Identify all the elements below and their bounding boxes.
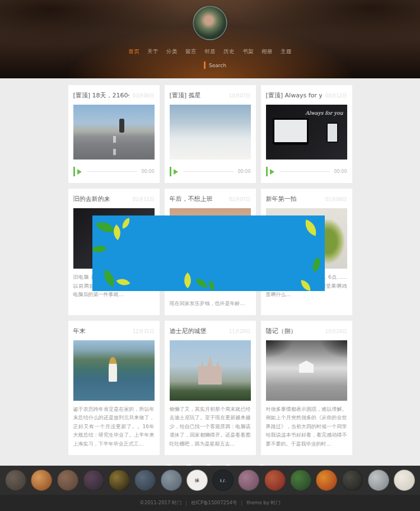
icp-number[interactable]: 桂ICP备15007254号 — [191, 500, 237, 507]
site-header: 首页关于分类留言邻居历史书架相册主题 — [0, 0, 420, 78]
leaf — [101, 270, 118, 287]
post-card-header: 年后，不想上班02月07日 — [170, 195, 251, 203]
leaf — [116, 275, 130, 289]
friend-avatar-9[interactable]: i /. — [212, 470, 234, 491]
nav-item-history[interactable]: 历史 — [223, 48, 235, 55]
progress-track[interactable] — [279, 171, 330, 172]
bw-lake-house-photo[interactable] — [266, 340, 347, 401]
post-title: [置顶] 18天，2160公里 — [73, 91, 129, 100]
leaf — [196, 278, 208, 289]
post-card[interactable]: 年末12月31日鉴于农历跨年肯定是在家的，所以年末总结什么的还是放到元旦来做了，… — [68, 321, 160, 456]
friend-avatar-1[interactable] — [5, 470, 26, 491]
nav-item-home[interactable]: 首页 — [128, 48, 139, 55]
post-date: 12月31日 — [133, 329, 155, 335]
friend-avatar-5[interactable] — [109, 470, 130, 491]
friend-links-bar: 缘i /. — [0, 466, 420, 495]
post-card[interactable]: [置顶] Always for you 1.808月12日Always for … — [261, 85, 352, 183]
theme-credit[interactable]: theme by 时门 — [246, 500, 280, 507]
app-screens-dark-photo[interactable]: Always for you — [266, 105, 347, 160]
audio-player: 00:00 — [266, 167, 347, 176]
copyright-text: ©2011-2017 时门 — [140, 500, 182, 507]
leaf — [96, 218, 115, 237]
post-card[interactable]: [置顶] 孤星10月07日00:00 — [165, 85, 256, 183]
road-trip-hiker-photo[interactable] — [73, 105, 155, 160]
post-card[interactable]: [置顶] 18天，2160公里03月06日00:00 — [68, 85, 160, 183]
girl-by-lake-photo[interactable] — [73, 340, 155, 401]
player-time: 00:00 — [334, 169, 347, 174]
separator: | — [185, 500, 187, 506]
post-card-header: 旧的去新的来02月11日 — [73, 195, 155, 203]
thumbnail-caption: Always for you — [305, 110, 343, 116]
footer-copyright: ©2011-2017 时门 | 桂ICP备15007254号 | theme b… — [0, 495, 420, 511]
post-date: 10月07日 — [229, 93, 251, 100]
avatar[interactable] — [193, 6, 227, 40]
post-title: [置顶] Always for you 1.8 — [266, 91, 322, 100]
post-date: 01月08日 — [325, 196, 347, 203]
post-excerpt: 鉴于农历跨年肯定是在家的，所以年末总结什么的还是放到元旦来做了，正好又有一个月没… — [73, 405, 155, 449]
friend-avatar-15[interactable] — [368, 470, 389, 491]
progress-track[interactable] — [87, 171, 138, 172]
nav-item-guestbook[interactable]: 留言 — [185, 48, 197, 55]
post-title: 迪士尼的城堡 — [170, 327, 207, 335]
main-nav: 首页关于分类留言邻居历史书架相册主题 — [0, 48, 420, 55]
leaf — [302, 219, 319, 236]
friend-avatar-6[interactable] — [134, 470, 156, 491]
post-date: 11月29日 — [229, 329, 251, 335]
friend-avatar-8[interactable]: 缘 — [186, 470, 208, 491]
friend-avatar-16[interactable] — [394, 470, 415, 491]
friend-avatar-11[interactable] — [264, 470, 286, 491]
disney-castle-photo[interactable] — [170, 340, 251, 401]
post-excerpt: 偷懒了又，其实月初那个周末就已经去迪士尼玩了。至于现在更新越来越少，给自己找一个… — [170, 405, 251, 449]
nav-item-categories[interactable]: 分类 — [166, 48, 178, 55]
nav-item-album[interactable]: 相册 — [262, 48, 273, 55]
nav-item-neighbors[interactable]: 邻居 — [204, 48, 216, 55]
leaf — [120, 218, 132, 229]
play-icon[interactable] — [77, 169, 82, 175]
friend-avatar-2[interactable] — [31, 470, 52, 491]
post-title: 随记（捌） — [266, 327, 297, 335]
player-accent-bar — [73, 167, 75, 176]
post-card-header: [置顶] 孤星10月07日 — [170, 91, 251, 100]
leaf — [300, 280, 311, 291]
friend-avatar-4[interactable] — [83, 470, 104, 491]
post-card-header: 年末12月31日 — [73, 327, 155, 335]
post-title: 旧的去新的来 — [73, 195, 110, 203]
separator: | — [241, 500, 242, 506]
nav-item-theme[interactable]: 主题 — [281, 48, 292, 55]
post-card-header: 迪士尼的城堡11月29日 — [170, 327, 251, 335]
player-accent-bar — [266, 167, 268, 176]
friend-avatar-13[interactable] — [316, 470, 337, 491]
search-box — [204, 61, 267, 69]
audio-player: 00:00 — [73, 167, 155, 176]
post-date: 10月24日 — [325, 329, 347, 335]
post-title: [置顶] 孤星 — [170, 91, 201, 100]
flash-overlay[interactable] — [92, 215, 325, 291]
audio-player: 00:00 — [170, 167, 251, 176]
leaf — [92, 241, 107, 257]
friend-avatar-12[interactable] — [290, 470, 311, 491]
post-title: 新年第一拍 — [266, 195, 297, 203]
play-icon[interactable] — [174, 169, 178, 175]
post-card-header: 随记（捌）10月24日 — [266, 327, 347, 335]
nav-item-bookshelf[interactable]: 书架 — [242, 48, 254, 55]
search-input[interactable] — [206, 63, 267, 68]
post-date: 03月06日 — [133, 93, 155, 100]
sea-of-clouds-photo[interactable] — [170, 105, 251, 160]
post-title: 年后，不想上班 — [170, 195, 213, 203]
nav-item-about[interactable]: 关于 — [147, 48, 158, 55]
post-card[interactable]: 随记（捌）10月24日对很多事情都表示困惑，难以理解。例如上个月突然很多的《从你… — [261, 321, 352, 456]
post-card-header: 新年第一拍01月08日 — [266, 195, 347, 203]
play-icon[interactable] — [270, 169, 274, 175]
player-time: 00:00 — [141, 169, 154, 174]
friend-avatar-10[interactable] — [238, 470, 259, 491]
friend-avatar-3[interactable] — [57, 470, 78, 491]
friend-avatar-14[interactable] — [342, 470, 363, 491]
post-date: 02月07日 — [229, 196, 251, 203]
progress-track[interactable] — [183, 171, 234, 172]
leaf — [206, 280, 217, 290]
player-time: 00:00 — [237, 169, 250, 174]
post-card-header: [置顶] 18天，2160公里03月06日 — [73, 91, 155, 100]
post-date: 02月11日 — [133, 196, 155, 203]
friend-avatar-7[interactable] — [161, 470, 182, 491]
post-card[interactable]: 迪士尼的城堡11月29日偷懒了又，其实月初那个周末就已经去迪士尼玩了。至于现在更… — [165, 321, 256, 456]
